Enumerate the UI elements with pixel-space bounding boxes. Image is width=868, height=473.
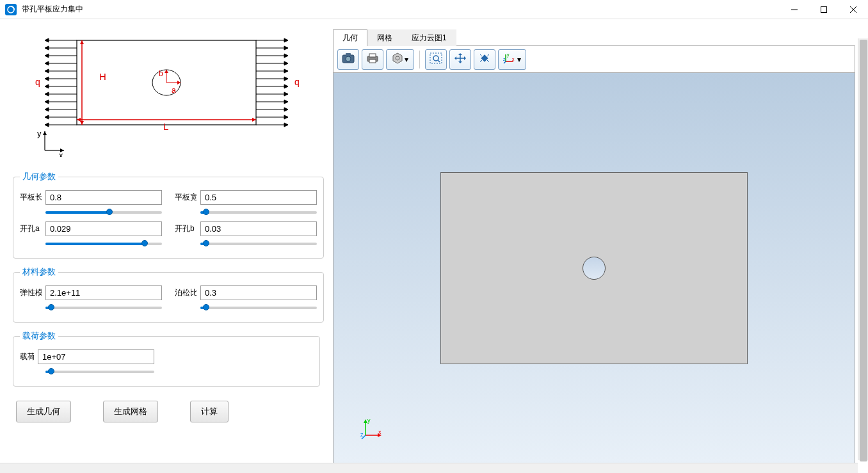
viewport-toolbar: ▾ yxz▾ bbox=[333, 46, 855, 73]
camera-icon bbox=[342, 52, 355, 66]
plate-length-slider[interactable] bbox=[45, 207, 162, 218]
load-legend: 载荷参数 bbox=[20, 330, 58, 342]
pan-button[interactable] bbox=[449, 49, 471, 70]
svg-marker-40 bbox=[284, 77, 288, 81]
print-icon bbox=[366, 52, 379, 66]
right-panel: 几何 网格 应力云图1 ▾ yxz▾ y x bbox=[333, 19, 868, 473]
poisson-ratio-input[interactable] bbox=[200, 285, 317, 300]
tab-stress-contour[interactable]: 应力云图1 bbox=[402, 29, 456, 46]
render-mode-icon bbox=[392, 52, 403, 66]
load-slider[interactable] bbox=[45, 367, 154, 377]
b-label: b bbox=[159, 69, 163, 78]
tab-geometry[interactable]: 几何 bbox=[333, 29, 367, 46]
hole-a-label: 开孔a bbox=[20, 223, 42, 234]
svg-marker-42 bbox=[284, 84, 288, 88]
plate-width-label: 平板宽 bbox=[175, 192, 197, 203]
svg-marker-66 bbox=[43, 131, 47, 135]
view-tabs: 几何 网格 应力云图1 bbox=[333, 29, 855, 46]
zoom-box-button[interactable] bbox=[425, 49, 447, 70]
minimize-button[interactable] bbox=[780, 0, 809, 19]
youngs-modulus-slider[interactable] bbox=[45, 303, 162, 313]
load-label: 载荷 bbox=[20, 351, 34, 362]
svg-rect-86 bbox=[481, 54, 488, 61]
hole-b-input[interactable] bbox=[200, 221, 317, 236]
pan-icon bbox=[454, 52, 467, 66]
plate-width-input[interactable] bbox=[200, 190, 317, 205]
svg-marker-48 bbox=[284, 108, 288, 111]
hole-b-slider[interactable] bbox=[200, 239, 317, 249]
svg-marker-55 bbox=[80, 40, 84, 44]
scroll-thumb[interactable] bbox=[860, 40, 867, 461]
left-panel: q q H L a b y x 几何参数 平板长 bbox=[0, 19, 333, 473]
generate-mesh-button[interactable]: 生成网格 bbox=[103, 401, 158, 422]
svg-marker-18 bbox=[45, 84, 49, 88]
svg-marker-82 bbox=[458, 53, 462, 55]
print-button[interactable] bbox=[362, 49, 383, 70]
svg-marker-64 bbox=[165, 70, 168, 73]
svg-text:x: x bbox=[512, 57, 515, 61]
hole-geometry bbox=[583, 257, 606, 280]
tab-mesh[interactable]: 网格 bbox=[367, 29, 402, 46]
snapshot-button[interactable] bbox=[337, 49, 359, 70]
main-content: q q H L a b y x 几何参数 平板长 bbox=[0, 19, 868, 473]
q-right-label: q bbox=[294, 77, 300, 87]
svg-marker-50 bbox=[284, 115, 288, 119]
svg-marker-32 bbox=[284, 46, 288, 50]
svg-marker-6 bbox=[45, 38, 49, 42]
geometry-viewport[interactable]: y x z bbox=[333, 73, 855, 463]
compute-button[interactable]: 计算 bbox=[190, 401, 229, 422]
maximize-button[interactable] bbox=[809, 0, 839, 19]
plate-geometry bbox=[440, 172, 748, 364]
load-params-group: 载荷参数 载荷 bbox=[13, 330, 320, 387]
vp-x-label: x bbox=[378, 429, 382, 435]
svg-marker-44 bbox=[284, 92, 288, 96]
load-input[interactable] bbox=[38, 349, 154, 364]
svg-line-87 bbox=[480, 54, 482, 56]
q-left-label: q bbox=[35, 77, 40, 87]
svg-marker-28 bbox=[45, 123, 49, 127]
svg-marker-36 bbox=[284, 61, 288, 65]
svg-marker-52 bbox=[284, 123, 288, 127]
svg-marker-85 bbox=[464, 56, 466, 60]
vp-y-label: y bbox=[367, 417, 371, 424]
svg-marker-58 bbox=[77, 118, 81, 122]
action-buttons-row: 生成几何 生成网格 计算 bbox=[13, 401, 320, 422]
hole-a-input[interactable] bbox=[45, 221, 162, 236]
axis-orientation-button[interactable]: yxz▾ bbox=[498, 49, 526, 70]
zoom-box-icon bbox=[430, 52, 442, 66]
vertical-scrollbar[interactable] bbox=[858, 38, 868, 460]
plate-width-slider[interactable] bbox=[200, 207, 317, 218]
render-mode-button[interactable]: ▾ bbox=[386, 49, 414, 70]
youngs-modulus-input[interactable] bbox=[45, 285, 162, 300]
svg-point-70 bbox=[346, 56, 351, 61]
svg-rect-74 bbox=[369, 60, 376, 63]
H-label: H bbox=[99, 71, 106, 82]
hole-b-label: 开孔b bbox=[175, 223, 197, 234]
svg-marker-16 bbox=[45, 77, 49, 81]
close-button[interactable] bbox=[839, 0, 868, 19]
hole-a-slider[interactable] bbox=[45, 239, 162, 249]
schematic-diagram: q q H L a b y x bbox=[13, 29, 320, 157]
geometry-legend: 几何参数 bbox=[20, 171, 58, 182]
app-icon bbox=[5, 4, 17, 15]
fit-view-button[interactable] bbox=[474, 49, 495, 70]
generate-geometry-button[interactable]: 生成几何 bbox=[16, 401, 71, 422]
svg-marker-30 bbox=[284, 38, 288, 42]
toolbar-separator bbox=[419, 51, 420, 68]
svg-marker-62 bbox=[177, 81, 181, 84]
material-params-group: 材料参数 弹性模 泊松比 bbox=[13, 266, 324, 323]
window-title: 带孔平板应力集中 bbox=[22, 4, 83, 15]
vp-z-label: z bbox=[360, 431, 364, 438]
svg-marker-26 bbox=[45, 115, 49, 119]
horizontal-scrollbar[interactable] bbox=[0, 463, 858, 473]
plate-length-input[interactable] bbox=[45, 190, 162, 205]
svg-line-89 bbox=[480, 60, 482, 62]
svg-line-93 bbox=[504, 61, 506, 63]
svg-marker-83 bbox=[458, 61, 462, 63]
svg-marker-46 bbox=[284, 100, 288, 104]
svg-marker-20 bbox=[45, 92, 49, 96]
svg-marker-14 bbox=[45, 69, 49, 73]
svg-rect-71 bbox=[346, 53, 351, 56]
poisson-ratio-slider[interactable] bbox=[200, 303, 317, 313]
titlebar: 带孔平板应力集中 bbox=[0, 0, 868, 19]
